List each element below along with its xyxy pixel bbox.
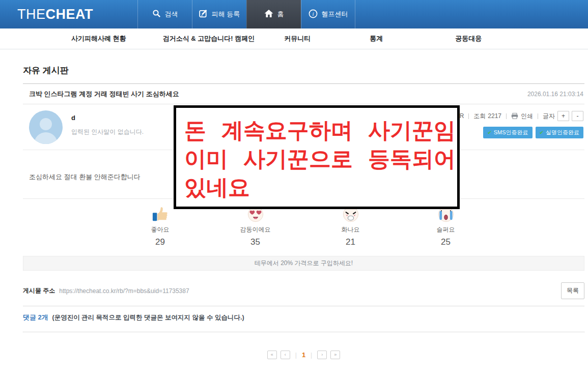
top-header: THECHEAT 검색 피해 등록 홈 i 헬프센터 [0, 0, 588, 28]
subnav-item-cases[interactable]: 사기피해사례 현황 [71, 34, 126, 43]
nav-tab-search[interactable]: 검색 [137, 0, 192, 28]
ad-banner-text: 테무에서 20% 가격으로 구입하세요! [255, 259, 353, 268]
font-size-label: 글자 [543, 112, 555, 121]
nav-tab-helpcenter[interactable]: i 헬프센터 [301, 0, 355, 28]
subnav-item-community[interactable]: 커뮤니티 [284, 34, 311, 43]
ad-banner[interactable]: 테무에서 20% 가격으로 구입하세요! [23, 256, 584, 271]
avatar-head-shape [40, 118, 52, 130]
pagination-separator: | [295, 352, 297, 359]
badge-label: 실명인증완료 [546, 129, 579, 136]
post-url-label: 게시물 주소 [23, 286, 55, 295]
svg-text:i: i [312, 11, 314, 17]
reaction-count: 25 [398, 237, 493, 247]
subnav-item-joint-response[interactable]: 공동대응 [455, 34, 482, 43]
comments-notice: (운영진이 관리 목적으로 입력한 댓글은 보여지지 않을 수 있습니다.) [52, 314, 244, 321]
list-button[interactable]: 목록 [561, 282, 584, 299]
separator [506, 113, 507, 119]
comments-count[interactable]: 댓글 2개 [23, 313, 48, 321]
post-title-row: 크박 인스타그램 계정 거래 정태빈 사기 조심하세요 2026.01.16 2… [23, 84, 584, 104]
reaction-sad[interactable]: 슬퍼요 25 [398, 206, 493, 247]
badge-label: SMS인증완료 [494, 129, 528, 136]
author-meta: KR 조회 2217 인쇄 글자 + - ✔ [456, 111, 583, 138]
subnav-item-arrest-news[interactable]: 검거소식 & 고맙습니다! 캠페인 [163, 34, 255, 43]
font-decrease-button[interactable]: - [572, 111, 583, 121]
nav-tab-label: 헬프센터 [322, 10, 348, 19]
pagination-prev-button[interactable]: ‹ [281, 351, 290, 359]
logo-the: THE [17, 7, 46, 22]
views-label: 조회 [473, 112, 486, 121]
separator [538, 113, 538, 119]
separator [468, 113, 469, 119]
verification-badges: ✔ SMS인증완료 ✔ 실명인증완료 [456, 127, 583, 138]
pagination-last-button[interactable]: » [330, 351, 340, 359]
nav-tab-home[interactable]: 홈 [246, 0, 301, 28]
warning-text-line: 있네요 [184, 173, 457, 201]
reaction-count: 35 [208, 237, 303, 247]
reaction-label: 화나요 [303, 225, 398, 234]
logo-cheat: CHEAT [46, 7, 94, 22]
comments-row: 댓글 2개 (운영진이 관리 목적으로 입력한 댓글은 보여지지 않을 수 있습… [23, 313, 584, 322]
pagination-next-button[interactable]: › [317, 351, 327, 359]
thecheat-logo[interactable]: THECHEAT [0, 0, 137, 28]
nav-tab-label: 홈 [277, 10, 284, 19]
post-meta-line: KR 조회 2217 인쇄 글자 + - [456, 111, 583, 121]
reactions-row: 좋아요 29 감동이에요 35 [113, 206, 584, 247]
avatar [29, 110, 63, 144]
search-icon [152, 9, 161, 19]
check-icon: ✔ [487, 130, 491, 135]
views-count: 2217 [488, 112, 501, 120]
report-edit-icon [199, 9, 208, 19]
avatar-body-shape [34, 132, 58, 144]
sms-verified-badge[interactable]: ✔ SMS인증완료 [483, 127, 532, 138]
printer-icon [511, 113, 518, 121]
nav-tab-report[interactable]: 피해 등록 [192, 0, 246, 28]
reaction-angry[interactable]: 화나요 21 [303, 206, 398, 247]
reaction-label: 좋아요 [113, 225, 208, 234]
reaction-touched[interactable]: 감동이에요 35 [208, 206, 303, 247]
pagination-current-page[interactable]: 1 [302, 351, 305, 359]
subnav-item-statistics[interactable]: 통계 [370, 34, 383, 43]
reaction-count: 29 [113, 237, 208, 247]
home-icon [264, 9, 273, 19]
page-title: 자유 게시판 [23, 65, 584, 76]
pagination: « ‹ | 1 | › » [23, 351, 584, 359]
nav-tab-label: 검색 [165, 10, 178, 19]
post-url: https://thecheat.co.kr/rb/?m=bbs&uid=117… [59, 287, 189, 295]
warning-text-line: 돈 계속요구하며 사기꾼임 [184, 116, 457, 144]
realname-verified-badge[interactable]: ✔ 실명인증완료 [536, 127, 583, 138]
reaction-label: 슬퍼요 [398, 225, 493, 234]
author-name: d [71, 114, 144, 122]
print-label[interactable]: 인쇄 [521, 112, 533, 121]
reaction-like[interactable]: 좋아요 29 [113, 206, 208, 247]
sub-navigation: 사기피해사례 현황 검거소식 & 고맙습니다! 캠페인 커뮤니티 통계 공동대응 [0, 28, 588, 49]
author-greeting: 입력된 인사말이 없습니다. [71, 128, 144, 136]
reaction-count: 21 [303, 237, 398, 247]
pagination-separator: | [311, 352, 312, 359]
reaction-label: 감동이에요 [208, 225, 303, 234]
post-date: 2026.01.16 21:03:14 [527, 91, 583, 98]
nav-tab-label: 피해 등록 [212, 10, 240, 19]
dotted-divider [23, 332, 584, 332]
author-info: d 입력된 인사말이 없습니다. [71, 110, 144, 150]
info-icon: i [309, 9, 318, 20]
warning-text-line: 이미 사기꾼으로 등독되어 [184, 144, 457, 173]
pagination-first-button[interactable]: « [267, 351, 277, 359]
check-icon: ✔ [540, 130, 544, 135]
divider [23, 306, 584, 306]
post-url-row: 게시물 주소 https://thecheat.co.kr/rb/?m=bbs&… [23, 282, 584, 299]
post-title: 크박 인스타그램 계정 거래 정태빈 사기 조심하세요 [29, 90, 179, 99]
attached-warning-image[interactable]: 돈 계속요구하며 사기꾼임 이미 사기꾼으로 등독되어 있네요 [174, 105, 460, 209]
font-increase-button[interactable]: + [557, 111, 569, 121]
